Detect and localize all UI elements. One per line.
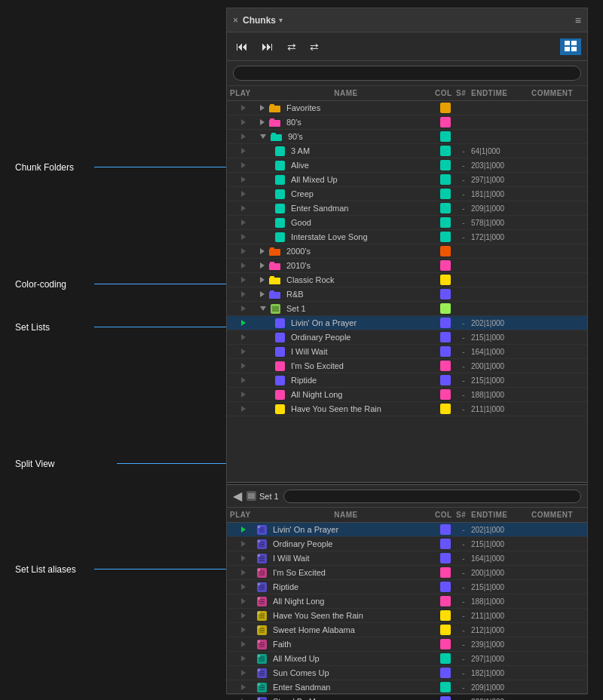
folder-arrow-1[interactable] — [260, 119, 265, 125]
top-list-row-2[interactable]: 90's — [227, 130, 587, 144]
bottom-list-row-7[interactable]: Sweet Home Alabama - 212|1|000 — [227, 623, 587, 637]
swap1-button[interactable]: ⇄ — [284, 39, 299, 54]
search-input[interactable] — [233, 66, 581, 81]
setlist-arrow-14[interactable] — [260, 306, 266, 311]
play-btn-15[interactable] — [230, 320, 257, 326]
row-name-12: Classic Rock — [257, 275, 435, 284]
split-header: ◀ Set 1 — [227, 485, 587, 508]
top-list-row-16[interactable]: Ordinary People - 215|1|000 — [227, 330, 587, 345]
top-list-row-15[interactable]: Livin' On a Prayer - 202|1|000 — [227, 316, 587, 330]
play-btn-10[interactable] — [230, 248, 257, 254]
row-name-19: Riptide — [257, 376, 435, 385]
play-btn-9[interactable] — [230, 234, 257, 240]
top-list-row-9[interactable]: Interstate Love Song - 172|1|000 — [227, 230, 587, 244]
top-list-row-3[interactable]: 3 AM - 64|1|000 — [227, 144, 587, 158]
prev-button[interactable]: ⏮ — [233, 38, 251, 55]
play-btn-8[interactable] — [230, 220, 257, 226]
next-button[interactable]: ⏭ — [259, 38, 277, 55]
top-list-row-7[interactable]: Enter Sandman - 209|1|000 — [227, 201, 587, 216]
bottom-list-row-9[interactable]: All Mixed Up - 297|1|000 — [227, 652, 587, 666]
top-list-row-11[interactable]: 2010's — [227, 259, 587, 273]
play-btn-5[interactable] — [230, 177, 257, 183]
play-btn-19[interactable] — [230, 377, 257, 383]
bottom-list-row-6[interactable]: Have You Seen the Rain - 211|1|000 — [227, 609, 587, 623]
top-list-row-12[interactable]: Classic Rock — [227, 273, 587, 287]
bottom-list-row-4[interactable]: Riptide - 215|1|000 — [227, 580, 587, 594]
top-list-row-21[interactable]: Have You Seen the Rain - 211|1|000 — [227, 402, 587, 416]
bottom-list-row-10[interactable]: Sun Comes Up - 182|1|000 — [227, 666, 587, 680]
play-btn-2[interactable] — [230, 134, 257, 140]
play-btn-14[interactable] — [230, 305, 257, 312]
menu-icon[interactable]: ≡ — [575, 14, 581, 26]
bottom-play-btn-2[interactable] — [230, 555, 257, 561]
bottom-play-btn-1[interactable] — [230, 541, 257, 547]
top-list-row-8[interactable]: Good - 578|1|000 — [227, 216, 587, 230]
bottom-list-row-2[interactable]: I Will Wait - 164|1|000 — [227, 551, 587, 566]
play-btn-7[interactable] — [230, 205, 257, 211]
play-btn-21[interactable] — [230, 406, 257, 412]
search-bar — [227, 61, 587, 86]
row-label-12: Classic Rock — [286, 275, 335, 284]
bottom-list-row-3[interactable]: I'm So Excited - 200|1|000 — [227, 566, 587, 580]
header-comment: COMMENT — [531, 89, 584, 97]
close-button[interactable]: × — [233, 15, 238, 26]
play-btn-13[interactable] — [230, 291, 257, 297]
top-list-row-13[interactable]: R&B — [227, 287, 587, 302]
top-list-row-18[interactable]: I'm So Excited - 200|1|000 — [227, 359, 587, 373]
swap2-button[interactable]: ⇄ — [307, 39, 322, 54]
top-list-row-14[interactable]: Set 1 — [227, 302, 587, 316]
bottom-play-btn-11[interactable] — [230, 684, 257, 690]
bottom-list-row-8[interactable]: Faith - 239|1|000 — [227, 637, 587, 652]
top-list-row-10[interactable]: 2000's — [227, 244, 587, 259]
play-btn-11[interactable] — [230, 262, 257, 269]
bottom-play-btn-6[interactable] — [230, 612, 257, 619]
color-coding-label: Color-coding — [15, 279, 66, 290]
bottom-play-btn-3[interactable] — [230, 570, 257, 576]
split-search-input[interactable] — [283, 490, 581, 503]
folder-arrow-10[interactable] — [260, 248, 265, 254]
bottom-list-row-1[interactable]: Ordinary People - 215|1|000 — [227, 537, 587, 551]
bottom-play-btn-4[interactable] — [230, 584, 257, 590]
play-btn-16[interactable] — [230, 334, 257, 340]
bottom-play-btn-10[interactable] — [230, 670, 257, 676]
row-name-3: 3 AM — [257, 146, 435, 156]
play-btn-12[interactable] — [230, 277, 257, 283]
top-list-row-5[interactable]: All Mixed Up - 297|1|000 — [227, 173, 587, 187]
folder-arrow-11[interactable] — [260, 262, 265, 269]
play-btn-20[interactable] — [230, 391, 257, 398]
play-btn-17[interactable] — [230, 348, 257, 355]
top-list-row-17[interactable]: I Will Wait - 164|1|000 — [227, 345, 587, 359]
top-list-row-0[interactable]: Favorites — [227, 101, 587, 115]
view-toggle-button[interactable] — [560, 38, 581, 55]
top-list-row-6[interactable]: Creep - 181|1|000 — [227, 187, 587, 201]
bottom-play-btn-9[interactable] — [230, 655, 257, 662]
folder-arrow-13[interactable] — [260, 291, 265, 297]
split-back-button[interactable]: ◀ — [233, 489, 242, 503]
play-btn-1[interactable] — [230, 119, 257, 125]
play-btn-3[interactable] — [230, 148, 257, 154]
bottom-play-btn-7[interactable] — [230, 627, 257, 633]
folder-arrow-2[interactable] — [260, 134, 266, 139]
bottom-list-row-5[interactable]: All Night Long - 188|1|000 — [227, 594, 587, 609]
bottom-play-btn-0[interactable] — [230, 527, 257, 533]
row-label-10: 2000's — [286, 247, 311, 256]
play-btn-6[interactable] — [230, 191, 257, 197]
folder-arrow-0[interactable] — [260, 105, 265, 111]
top-list-row-19[interactable]: Riptide - 215|1|000 — [227, 373, 587, 388]
play-btn-4[interactable] — [230, 162, 257, 168]
bottom-list-row-12[interactable]: Stand By Me - 222|1|000 — [227, 695, 587, 700]
bottom-play-btn-8[interactable] — [230, 641, 257, 647]
play-btn-0[interactable] — [230, 105, 257, 111]
svg-rect-3 — [571, 47, 577, 51]
row-name-5: All Mixed Up — [257, 175, 435, 185]
bottom-list-row-0[interactable]: Livin' On a Prayer - 202|1|000 — [227, 523, 587, 537]
dropdown-arrow-icon[interactable]: ▾ — [279, 16, 575, 24]
top-list-row-1[interactable]: 80's — [227, 115, 587, 130]
bottom-play-btn-5[interactable] — [230, 598, 257, 604]
folder-arrow-12[interactable] — [260, 277, 265, 283]
row-name-17: I Will Wait — [257, 347, 435, 357]
top-list-row-20[interactable]: All Night Long - 188|1|000 — [227, 388, 587, 402]
play-btn-18[interactable] — [230, 363, 257, 369]
top-list-row-4[interactable]: Alive - 203|1|000 — [227, 158, 587, 173]
bottom-list-row-11[interactable]: Enter Sandman - 209|1|000 — [227, 680, 587, 695]
